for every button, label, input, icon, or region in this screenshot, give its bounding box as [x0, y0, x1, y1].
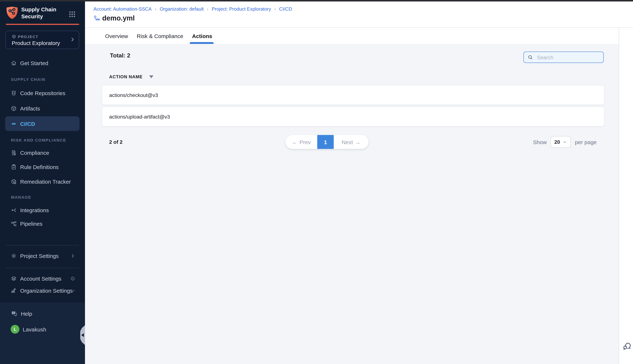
breadcrumb-organization[interactable]: Organization: default — [160, 6, 204, 12]
column-header-action-name[interactable]: ACTION NAME — [109, 74, 154, 80]
next-page-button[interactable]: Next → — [334, 135, 368, 149]
chevron-right-icon — [70, 37, 75, 42]
tab-risk-compliance[interactable]: Risk & Compliance — [137, 33, 183, 39]
cube-icon — [11, 105, 17, 112]
project-selector[interactable]: PROJECT Product Exploratory — [6, 31, 79, 49]
sidebar-item-remediation-tracker[interactable]: Remediation Tracker — [5, 174, 80, 189]
workflow-icon — [93, 15, 100, 22]
document-search-icon — [11, 150, 17, 156]
table-row[interactable]: actions/upload-artifact@v3 — [102, 107, 604, 126]
sidebar-item-label: CI/CD — [20, 120, 35, 127]
tab-bar: Overview Risk & Compliance Actions — [105, 32, 221, 40]
clipboard-check-icon — [11, 164, 17, 170]
sidebar-item-label: Artifacts — [20, 105, 40, 112]
sidebar-divider — [6, 245, 79, 246]
search-icon — [528, 54, 533, 60]
sidebar-item-code-repositories[interactable]: Code Repositories — [5, 86, 80, 100]
prev-page-button[interactable]: ← Prev — [285, 135, 317, 149]
tab-overview[interactable]: Overview — [105, 33, 128, 39]
tab-actions[interactable]: Actions — [192, 33, 212, 39]
sidebar-section-manage: MANAGE — [11, 195, 31, 200]
pagination-range: 2 of 2 — [109, 139, 123, 145]
page-size-value: 20 — [554, 139, 560, 145]
box-tag-icon — [11, 178, 17, 184]
home-icon — [11, 60, 17, 66]
sidebar-section-risk: RISK AND COMPLIANCE — [11, 138, 66, 142]
action-name: actions/checkout@v3 — [109, 92, 158, 98]
sidebar-item-project-settings[interactable]: Project Settings — [5, 248, 80, 263]
sidebar: Supply Chain Security PROJECT Product Ex… — [0, 2, 85, 364]
info-icon[interactable] — [73, 288, 75, 293]
shield-logo-icon — [6, 6, 18, 20]
chat-bubbles-icon[interactable] — [622, 341, 631, 351]
breadcrumb-separator: › — [274, 6, 276, 12]
flowchart-icon — [11, 220, 17, 227]
sidebar-item-pipelines[interactable]: Pipelines — [5, 216, 80, 231]
right-gutter — [619, 28, 633, 364]
brand-title: Supply Chain Security — [21, 6, 56, 20]
page-title-row: demo.yml — [93, 14, 135, 22]
sidebar-section-supply-chain: SUPPLY CHAIN — [11, 77, 45, 82]
page-header: Account: Automation-SSCA › Organization:… — [85, 2, 633, 28]
arrow-left-icon: ← — [292, 139, 297, 145]
breadcrumb-separator: › — [207, 6, 208, 12]
chevron-right-icon — [70, 253, 75, 258]
svg-text:?: ? — [13, 311, 14, 314]
column-header-label: ACTION NAME — [109, 74, 143, 80]
breadcrumb-project[interactable]: Project: Product Exploratory — [212, 6, 271, 12]
page-number-button[interactable]: 1 — [317, 135, 334, 149]
layers-icon — [11, 275, 17, 282]
sidebar-item-label: Organization Settings — [20, 287, 73, 294]
sort-descending-icon[interactable] — [149, 75, 154, 78]
sidebar-item-artifacts[interactable]: Artifacts — [5, 101, 80, 116]
window-top-strip — [0, 0, 633, 2]
breadcrumb-cicd[interactable]: CI/CD — [279, 6, 292, 12]
infinity-icon — [11, 120, 17, 127]
breadcrumb-account[interactable]: Account: Automation-SSCA — [93, 6, 152, 12]
action-name: actions/upload-artifact@v3 — [109, 114, 170, 120]
breadcrumb: Account: Automation-SSCA › Organization:… — [93, 6, 292, 12]
sidebar-item-label: Rule Definitions — [20, 164, 59, 170]
org-gear-icon — [11, 287, 17, 294]
sidebar-item-cicd[interactable]: CI/CD — [5, 116, 80, 131]
user-menu[interactable]: L Lavakush — [5, 322, 80, 336]
show-label: Show — [533, 139, 547, 145]
avatar: L — [11, 325, 20, 334]
sidebar-item-organization-settings[interactable]: Organization Settings — [5, 283, 80, 298]
gear-icon — [11, 252, 17, 259]
sidebar-item-integrations[interactable]: Integrations — [5, 203, 80, 217]
sidebar-item-rule-definitions[interactable]: Rule Definitions — [5, 160, 80, 174]
prev-label: Prev — [299, 139, 311, 145]
brand: Supply Chain Security — [6, 6, 56, 20]
info-icon[interactable] — [70, 276, 75, 281]
diamond-branch-icon — [11, 207, 17, 213]
next-label: Next — [342, 139, 353, 145]
arrow-right-icon: → — [355, 139, 361, 145]
table-row[interactable]: actions/checkout@v3 — [102, 86, 604, 105]
sidebar-item-label: Help — [21, 310, 32, 317]
cube-icon — [12, 34, 16, 39]
chevron-down-icon — [563, 140, 567, 144]
sidebar-divider — [6, 268, 79, 268]
pagination: ← Prev 1 Next → — [285, 135, 368, 149]
sidebar-item-label: Compliance — [20, 150, 49, 156]
page-size-control: Show 20 per page — [533, 136, 597, 148]
project-eyebrow-label: PROJECT — [18, 34, 38, 38]
sidebar-item-label: Code Repositories — [20, 90, 65, 96]
brand-divider — [6, 24, 79, 25]
search-input[interactable] — [536, 54, 604, 60]
sidebar-item-label: Remediation Tracker — [20, 178, 71, 184]
sidebar-item-get-started[interactable]: Get Started — [5, 56, 80, 70]
sidebar-item-label: Project Settings — [20, 252, 59, 259]
sidebar-item-compliance[interactable]: Compliance — [5, 145, 80, 160]
active-tab-underline — [190, 42, 214, 44]
page-size-select[interactable]: 20 — [550, 136, 570, 148]
app-switcher-grid-icon[interactable] — [69, 11, 75, 18]
sidebar-item-label: Get Started — [20, 60, 48, 66]
page-title: demo.yml — [102, 14, 135, 22]
sidebar-item-help[interactable]: ? Help — [5, 306, 80, 321]
per-page-label: per page — [575, 139, 596, 145]
user-name: Lavakush — [23, 326, 46, 332]
sidebar-item-label: Integrations — [20, 207, 49, 213]
search-box — [523, 52, 604, 63]
